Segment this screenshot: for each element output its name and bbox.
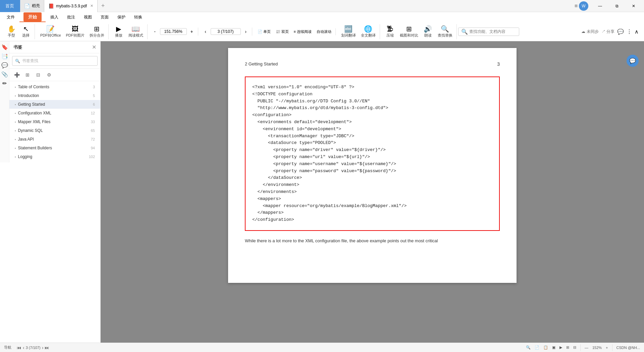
double-page-button[interactable]: 📰 双页	[274, 28, 291, 35]
start-button[interactable]: 开始	[23, 12, 42, 21]
sidebar-item-label: Mapper XML Files	[18, 119, 51, 124]
sidebar-item-page: 94	[91, 146, 95, 150]
ribbon-right-actions: ☁ 未同步 ↗ 分享 💬 ⋮ ∧	[581, 29, 641, 35]
page-thumbnail-icon[interactable]: 📑	[1, 53, 8, 59]
word-translate-button[interactable]: 🔤 划词翻译	[339, 24, 358, 39]
sidebar-item-page: 6	[93, 102, 95, 106]
sidebar-item[interactable]: ▪ Mapper XML Files 33	[9, 117, 100, 126]
sidebar-item[interactable]: ▪ Getting Started 6	[9, 100, 100, 109]
split-merge-button[interactable]: ⊞ 拆分合并	[88, 24, 106, 39]
status-first-page-button[interactable]: ⏮	[17, 345, 21, 350]
double-page-icon: 📰	[276, 30, 280, 34]
collapse-all-icon[interactable]: ⊟	[34, 70, 43, 80]
more-options-icon[interactable]: ⋮	[627, 29, 632, 35]
ribbon-tab-convert[interactable]: 转换	[130, 13, 146, 22]
close-button[interactable]: ✕	[626, 0, 641, 12]
sidebar-item[interactable]: ▪ Java API 72	[9, 135, 100, 144]
search-input[interactable]	[469, 29, 516, 34]
tab-wps[interactable]: 📄 稻壳	[20, 0, 44, 12]
status-prev-page-button[interactable]: ‹	[23, 345, 24, 350]
status-play-icon[interactable]: ▶	[559, 345, 562, 350]
ribbon-tab-view[interactable]: 视图	[80, 13, 96, 22]
pdf-to-office-button[interactable]: 📝 PDF转Office	[38, 24, 63, 39]
status-view-icon1[interactable]: 🔍	[526, 345, 531, 350]
single-page-button[interactable]: 📄 单页	[256, 28, 273, 35]
find-replace-button[interactable]: 🔍 查找替换	[436, 24, 454, 39]
expand-all-icon[interactable]: ⊞	[23, 70, 32, 80]
compress-button[interactable]: 🗜 压缩	[383, 24, 397, 39]
comment-list-icon[interactable]: 💬	[1, 62, 8, 68]
zoom-in-button[interactable]: +	[188, 28, 196, 36]
user-avatar[interactable]: W	[579, 1, 588, 11]
ribbon-group-zoom: - 151.756% +	[149, 28, 198, 36]
attachment-icon[interactable]: 📎	[1, 71, 8, 78]
main-layout: 🔖 📑 💬 📎 ✏ 书签 ✕ 🔍 书签查找	[0, 41, 644, 343]
sidebar-item[interactable]: ▪ Table of Contents 3	[9, 83, 100, 91]
sidebar-item[interactable]: ▪ Statement Builders 94	[9, 144, 100, 152]
continuous-read-button[interactable]: ≡ 连续阅读	[292, 28, 314, 35]
sidebar-close-button[interactable]: ✕	[92, 44, 96, 50]
sidebar-item-page: 33	[91, 120, 95, 124]
float-action-button[interactable]: 💬	[627, 55, 639, 67]
ribbon-tab-page[interactable]: 页面	[97, 13, 113, 22]
single-page-label: 单页	[263, 29, 271, 34]
status-last-page-button[interactable]: ⏭	[45, 345, 49, 350]
auto-scroll-button[interactable]: 自动滚动	[315, 28, 333, 35]
zoom-out-button[interactable]: -	[151, 28, 159, 36]
read-aloud-button[interactable]: 🔊 朗读	[421, 24, 435, 39]
status-view-icon2[interactable]: 📄	[535, 345, 539, 350]
status-icon6[interactable]: ⊟	[573, 345, 576, 350]
select-tool-button[interactable]: ↖ 选择	[19, 24, 33, 39]
ribbon-tab-comment[interactable]: 批注	[63, 13, 79, 22]
sidebar-left-icons	[0, 44, 8, 49]
ribbon-tab-start[interactable]: 开始	[19, 13, 46, 22]
pdf-to-image-button[interactable]: 🖼 PDF转图片	[64, 24, 87, 39]
collapse-ribbon-icon[interactable]: ∧	[635, 29, 639, 35]
sidebar-item-label: Logging	[18, 154, 33, 159]
ribbon-tab-file[interactable]: 文件	[3, 13, 19, 22]
status-view-icon4[interactable]: ▣	[552, 345, 555, 350]
share-button[interactable]: ↗ 分享	[601, 29, 614, 35]
ribbon-tab-insert[interactable]: 插入	[46, 13, 62, 22]
status-zoom-out-button[interactable]: —	[585, 346, 588, 350]
signature-icon[interactable]: ✏	[2, 80, 7, 87]
hand-tool-button[interactable]: ✋ 手型	[5, 24, 18, 39]
tab-pdf-label: mybatis-3.5.9.pdf	[56, 4, 87, 8]
sidebar-item[interactable]: ▪ Configuration XML 12	[9, 109, 100, 117]
status-next-page-button[interactable]: ›	[42, 345, 44, 350]
sync-button[interactable]: ☁ 未同步	[581, 29, 598, 35]
pdf-area[interactable]: 💬 2 Getting Started 3 <?xml version="1.0…	[101, 41, 644, 343]
tab-pdf[interactable]: 📕 mybatis-3.5.9.pdf ✕	[44, 0, 98, 12]
sidebar-item[interactable]: ▪ Logging 102	[9, 152, 100, 161]
sidebar-search-icon: 🔍	[15, 59, 20, 63]
page-number-input[interactable]: 3 (7/107)	[211, 28, 241, 35]
prev-page-button[interactable]: ‹	[202, 28, 210, 36]
add-bookmark-icon[interactable]: ➕	[12, 70, 21, 80]
minimize-button[interactable]: —	[592, 0, 608, 12]
bookmark-settings-icon[interactable]: ⚙	[44, 70, 54, 80]
sidebar-item[interactable]: ▪ Introduction 5	[9, 91, 100, 100]
sidebar-item[interactable]: ▪ Dynamic SQL 65	[9, 126, 100, 135]
sidebar-search-input[interactable]: 🔍 书签查找	[12, 56, 98, 66]
tab-pdf-close[interactable]: ✕	[90, 4, 93, 8]
status-icon5[interactable]: ⊞	[566, 345, 569, 350]
read-aloud-icon: 🔊	[424, 26, 432, 32]
tab-home[interactable]: 首页	[0, 0, 20, 12]
full-translate-button[interactable]: 🌐 全文翻译	[359, 24, 378, 39]
ribbon-tab-protect[interactable]: 保护	[113, 13, 129, 22]
sidebar-item-label: Table of Contents	[18, 85, 49, 89]
single-page-icon: 📄	[258, 30, 262, 34]
status-zoom-in-button[interactable]: +	[606, 346, 608, 350]
tab-add-button[interactable]: +	[98, 0, 108, 12]
read-mode-label: 阅读模式	[128, 33, 143, 38]
maximize-button[interactable]: ⧉	[609, 0, 625, 12]
compare-button[interactable]: ⊞ 截图和对比	[398, 24, 420, 39]
pdf-page: 2 Getting Started 3 <?xml version="1.0" …	[228, 48, 517, 283]
read-mode-button[interactable]: 📖 阅读模式	[126, 24, 145, 39]
next-page-button[interactable]: ›	[242, 28, 250, 36]
pdf-to-image-label: PDF转图片	[66, 33, 85, 38]
sidebar-bullet-icon: ▪	[15, 85, 16, 89]
status-view-icon3[interactable]: 📋	[543, 345, 548, 350]
play-button[interactable]: ▶ 播放	[112, 24, 125, 39]
search-box: 🔍	[458, 28, 519, 36]
